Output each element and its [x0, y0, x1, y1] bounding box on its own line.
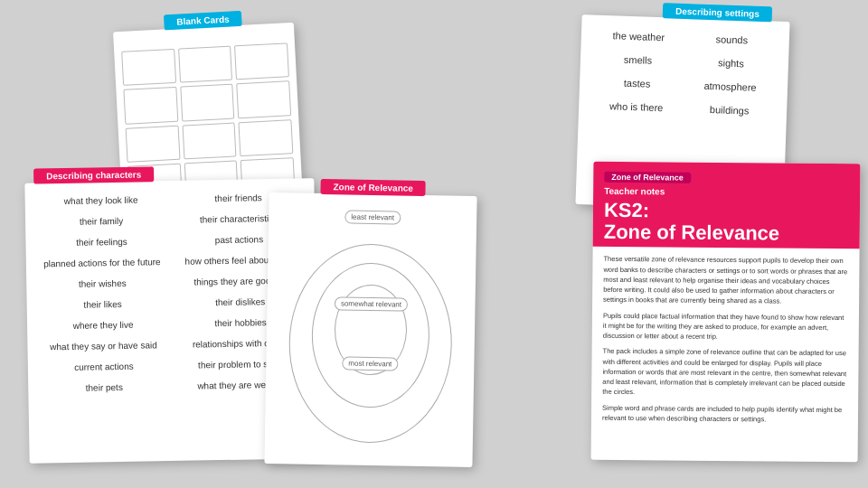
teacher-notes-subtitle: Teacher notes: [604, 186, 849, 198]
teacher-notes-paragraph: These versatile zone of relevance resour…: [603, 254, 848, 307]
heading-line1: KS2:: [604, 199, 649, 221]
settings-item: the weather: [592, 29, 685, 43]
char-item: their feelings: [33, 233, 170, 251]
teacher-notes-header: Zone of Relevance Teacher notes KS2: Zon…: [593, 162, 861, 249]
teacher-notes-heading: KS2: Zone of Relevance: [604, 200, 849, 246]
settings-item: sights: [684, 56, 778, 70]
blank-cell: [234, 42, 289, 80]
char-item: where they live: [34, 316, 172, 334]
zone-worksheet-card: Zone of Relevance least relevant somewha…: [264, 192, 476, 467]
teacher-notes-paragraph: The pack includes a simple zone of relev…: [602, 346, 847, 399]
zone-content: least relevant somewhat relevant most re…: [264, 192, 476, 467]
settings-item: smells: [591, 52, 684, 67]
heading-line2: Zone of Relevance: [604, 221, 780, 245]
blank-cell: [126, 125, 181, 162]
blank-cell: [178, 46, 233, 83]
settings-item: who is there: [590, 99, 683, 114]
teacher-notes-card: Zone of Relevance Teacher notes KS2: Zon…: [591, 162, 861, 463]
char-item: what they look like: [33, 192, 170, 210]
char-item: their wishes: [33, 275, 171, 293]
most-relevant-label: most relevant: [342, 356, 398, 371]
blank-cell: [239, 119, 294, 156]
teacher-notes-paragraph: Pupils could place factual information t…: [603, 310, 848, 343]
char-item: planned actions for the future: [33, 254, 171, 272]
teacher-notes-body: These versatile zone of relevance resour…: [591, 247, 860, 437]
zone-tag: Zone of Relevance: [604, 172, 691, 183]
blank-cell: [121, 49, 176, 86]
somewhat-relevant-label: somewhat relevant: [335, 296, 408, 311]
blank-cell: [123, 87, 178, 124]
blank-cell: [237, 80, 292, 117]
blank-cell: [182, 122, 237, 159]
settings-item: tastes: [590, 76, 684, 90]
char-item: their likes: [34, 296, 172, 314]
char-item: current actions: [35, 358, 173, 376]
settings-item: sounds: [685, 33, 778, 47]
settings-content: the weathersoundssmellssightstastesatmos…: [579, 14, 790, 125]
least-relevant-label: least relevant: [344, 210, 401, 224]
settings-item: atmosphere: [684, 80, 777, 94]
describing-characters-tab: Describing characters: [33, 166, 154, 183]
blank-cell: [180, 84, 235, 121]
settings-item: buildings: [683, 103, 776, 117]
char-item: what they say or have said: [34, 337, 172, 355]
teacher-notes-paragraph: Simple word and phrase cards are include…: [602, 402, 847, 425]
blank-cards-tab: Blank Cards: [164, 11, 242, 30]
char-item: their family: [33, 212, 170, 230]
char-item: their pets: [35, 379, 173, 397]
